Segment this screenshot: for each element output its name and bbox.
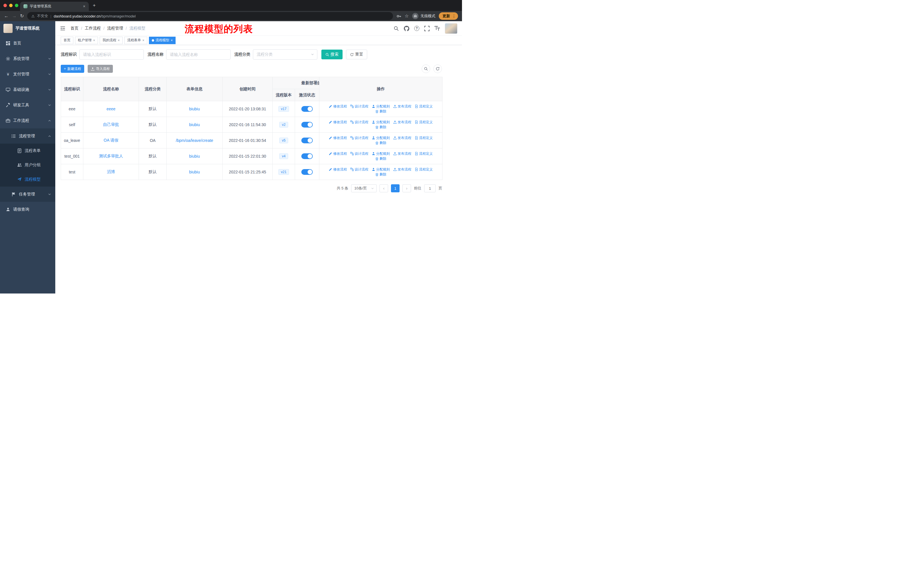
page-size-select[interactable]: 10条/页 [351,184,377,192]
modify-process-link[interactable]: 修改流程 [329,120,347,125]
search-button[interactable]: 搜索 [322,50,343,60]
tag-close-icon[interactable]: × [93,38,95,42]
form-link[interactable]: biubiu [189,154,200,159]
delete-link[interactable]: 删除 [375,141,386,146]
sidebar-item-process-management[interactable]: 流程管理 [0,128,55,144]
process-definition-link[interactable]: 流程定义 [415,104,433,109]
publish-process-link[interactable]: 发布流程 [393,151,411,156]
delete-link[interactable]: 删除 [375,156,386,161]
sidebar-item-leave-query[interactable]: 请假查询 [0,202,55,217]
process-name-link[interactable]: OA 请假 [104,138,118,142]
font-size-icon[interactable] [434,26,440,31]
form-link[interactable]: biubiu [189,170,200,174]
tag-close-icon[interactable]: × [118,38,120,42]
modify-process-link[interactable]: 修改流程 [329,167,347,172]
assign-rule-link[interactable]: 分配规则 [372,151,390,156]
modify-process-link[interactable]: 修改流程 [329,136,347,141]
process-name-link[interactable]: 测试多审批人 [99,154,123,158]
password-key-icon[interactable] [396,14,401,19]
close-window-button[interactable] [3,4,7,7]
status-toggle[interactable] [301,169,313,175]
form-link[interactable]: biubiu [189,122,200,127]
user-avatar[interactable] [445,23,457,34]
sidebar-item-infrastructure[interactable]: 基础设施 [0,82,55,98]
chrome-menu-icon[interactable]: ⋮ [452,14,456,18]
status-toggle[interactable] [301,137,313,143]
zoom-window-button[interactable] [15,4,18,7]
new-tab-button[interactable]: + [93,3,96,8]
tag-tenant[interactable]: 租户管理 × [75,37,98,44]
process-name-link[interactable]: 滔博 [107,169,115,174]
delete-link[interactable]: 删除 [375,172,386,177]
delete-link[interactable]: 删除 [375,109,386,114]
search-icon[interactable] [394,26,399,31]
next-page-button[interactable]: › [403,184,411,192]
forward-icon[interactable]: → [12,14,16,18]
category-select[interactable]: 流程分类 [253,49,317,60]
reset-button[interactable]: 重置 [346,50,367,60]
github-icon[interactable] [404,26,409,31]
form-link[interactable]: biubiu [189,107,200,111]
tag-process-form[interactable]: 流程表单 × [124,37,147,44]
import-process-button[interactable]: 导入流程 [87,65,113,73]
prev-page-button[interactable]: ‹ [380,184,388,192]
tab-close-icon[interactable]: × [83,4,85,8]
help-icon[interactable]: ? [414,26,419,31]
back-icon[interactable]: ← [4,14,8,18]
goto-page-input[interactable] [424,184,436,192]
process-definition-link[interactable]: 流程定义 [415,136,433,141]
modify-process-link[interactable]: 修改流程 [329,104,347,109]
status-toggle[interactable] [301,122,313,127]
design-process-link[interactable]: 设计流程 [350,136,368,141]
publish-process-link[interactable]: 发布流程 [393,120,411,125]
process-definition-link[interactable]: 流程定义 [415,167,433,172]
tag-close-icon[interactable]: × [171,38,173,42]
delete-link[interactable]: 删除 [375,125,386,129]
sidebar-item-workflow[interactable]: 工作流程 [0,113,55,128]
tag-home[interactable]: 首页 [61,37,73,44]
minimize-window-button[interactable] [9,4,13,7]
breadcrumb-item[interactable]: 工作流程 [85,26,101,31]
tag-close-icon[interactable]: × [142,38,144,42]
address-bar[interactable]: ⚠ 不安全 | dashboard.yudao.iocoder.cn/bpm/m… [27,12,393,20]
assign-rule-link[interactable]: 分配规则 [372,167,390,172]
tag-process-model[interactable]: 流程模型 × [149,37,176,44]
process-definition-link[interactable]: 流程定义 [415,151,433,156]
fullscreen-icon[interactable] [424,26,430,31]
breadcrumb-item[interactable]: 首页 [71,26,79,31]
publish-process-link[interactable]: 发布流程 [393,167,411,172]
process-name-link[interactable]: 自己审批 [103,122,119,127]
breadcrumb-item[interactable]: 流程管理 [107,26,123,31]
sidebar-item-payment[interactable]: ¥ 支付管理 [0,66,55,82]
refresh-table-button[interactable] [433,64,442,73]
status-toggle[interactable] [301,106,313,112]
process-id-input[interactable] [79,49,144,60]
design-process-link[interactable]: 设计流程 [350,120,368,125]
sidebar-item-user-group[interactable]: 用户分组 [0,158,55,172]
toggle-search-button[interactable] [422,64,430,73]
sidebar-item-devtools[interactable]: 研发工具 [0,98,55,113]
create-process-button[interactable]: + 新建流程 [61,65,84,73]
assign-rule-link[interactable]: 分配规则 [372,120,390,125]
bookmark-star-icon[interactable]: ☆ [405,14,409,18]
design-process-link[interactable]: 设计流程 [350,167,368,172]
form-link[interactable]: /bpm/oa/leave/create [176,138,213,143]
browser-tab[interactable]: 芋道管理系统 × [20,2,89,11]
sidebar-fold-icon[interactable] [60,25,66,31]
publish-process-link[interactable]: 发布流程 [393,136,411,141]
sidebar-item-task-management[interactable]: 任务管理 [0,187,55,202]
sidebar-item-home[interactable]: 首页 [0,36,55,51]
process-definition-link[interactable]: 流程定义 [415,120,433,125]
publish-process-link[interactable]: 发布流程 [393,104,411,109]
chrome-update-button[interactable]: 更新 ⋮ [439,12,458,20]
process-name-link[interactable]: eeee [107,107,116,111]
sidebar-item-system[interactable]: 系统管理 [0,51,55,66]
status-toggle[interactable] [301,153,313,159]
design-process-link[interactable]: 设计流程 [350,104,368,109]
page-1-button[interactable]: 1 [391,184,399,192]
sidebar-item-process-model[interactable]: 流程模型 [0,172,55,187]
sidebar-item-process-form[interactable]: 流程表单 [0,144,55,158]
design-process-link[interactable]: 设计流程 [350,151,368,156]
assign-rule-link[interactable]: 分配规则 [372,104,390,109]
modify-process-link[interactable]: 修改流程 [329,151,347,156]
